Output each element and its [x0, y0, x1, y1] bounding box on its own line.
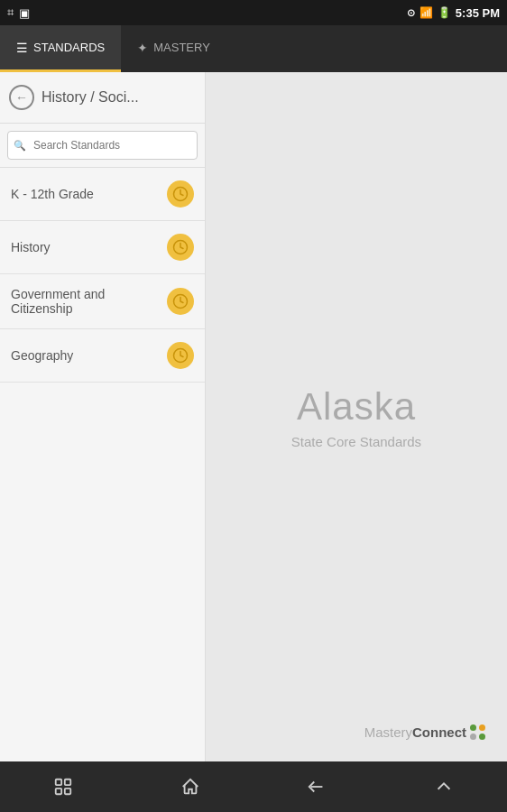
search-wrapper [7, 131, 198, 160]
history-icon-history [167, 234, 194, 261]
list-item-history-label: History [11, 240, 167, 254]
wifi-icon: 📶 [419, 6, 433, 19]
recent-apps-button[interactable] [36, 769, 90, 805]
alarm-icon: ⊙ [407, 7, 415, 19]
back-button[interactable] [290, 769, 344, 805]
status-bar: ⌗ ▣ ⊙ 📶 🔋 5:35 PM [0, 0, 507, 25]
home-button[interactable] [163, 769, 217, 805]
list-item-geography[interactable]: Geography [0, 329, 205, 383]
content-area: Alaska State Core Standards Mastery Conn… [206, 72, 507, 761]
history-icon-government [167, 288, 194, 315]
tab-mastery-label: MASTERY [153, 41, 210, 54]
battery-icon: 🔋 [438, 6, 451, 19]
mastery-logo-text-light: Mastery [364, 724, 412, 740]
list-item-k12-label: K - 12th Grade [11, 187, 167, 201]
tab-mastery[interactable]: ✦ MASTERY [121, 25, 226, 72]
dot-green-1 [470, 724, 476, 731]
back-title: History / Soci... [41, 89, 139, 106]
camera-icon: ▣ [19, 6, 30, 20]
list-item-government[interactable]: Government and Citizenship [0, 274, 205, 329]
usb-icon: ⌗ [7, 5, 14, 20]
main-layout: ← History / Soci... K - 12th Grade Histo… [0, 72, 507, 761]
mastery-logo-text-bold: Connect [412, 724, 466, 740]
tab-bar: ☰ STANDARDS ✦ MASTERY [0, 25, 507, 72]
list-item-government-label: Government and Citizenship [11, 287, 167, 316]
mastery-connect-logo: Mastery Connect [364, 724, 485, 740]
mastery-logo-dots [470, 724, 485, 740]
dot-gray-1 [470, 734, 476, 740]
search-input[interactable] [7, 131, 198, 160]
history-icon-geography [167, 342, 194, 369]
svg-rect-7 [65, 789, 70, 794]
list-item-history[interactable]: History [0, 221, 205, 274]
back-arrow-icon: ← [9, 85, 34, 110]
tab-standards[interactable]: ☰ STANDARDS [0, 25, 121, 72]
svg-rect-6 [56, 789, 61, 794]
svg-rect-5 [65, 780, 70, 785]
dot-green-2 [479, 734, 485, 740]
standards-icon: ☰ [16, 41, 28, 55]
search-container [0, 124, 205, 168]
sidebar: ← History / Soci... K - 12th Grade Histo… [0, 72, 206, 761]
list-item-k12[interactable]: K - 12th Grade [0, 168, 205, 221]
bottom-nav [0, 761, 507, 812]
history-icon-k12 [167, 180, 194, 208]
up-button[interactable] [417, 769, 471, 805]
status-left-icons: ⌗ ▣ [7, 5, 30, 20]
time-display: 5:35 PM [456, 6, 500, 20]
list-item-geography-label: Geography [11, 348, 167, 363]
svg-rect-4 [56, 780, 61, 785]
status-right: ⊙ 📶 🔋 5:35 PM [407, 6, 500, 20]
tab-standards-label: STANDARDS [33, 41, 105, 54]
mastery-icon: ✦ [137, 41, 148, 55]
dot-orange-1 [479, 724, 485, 731]
content-subtitle: State Core Standards [291, 434, 421, 449]
content-title: Alaska [297, 385, 416, 429]
back-header[interactable]: ← History / Soci... [0, 72, 205, 124]
